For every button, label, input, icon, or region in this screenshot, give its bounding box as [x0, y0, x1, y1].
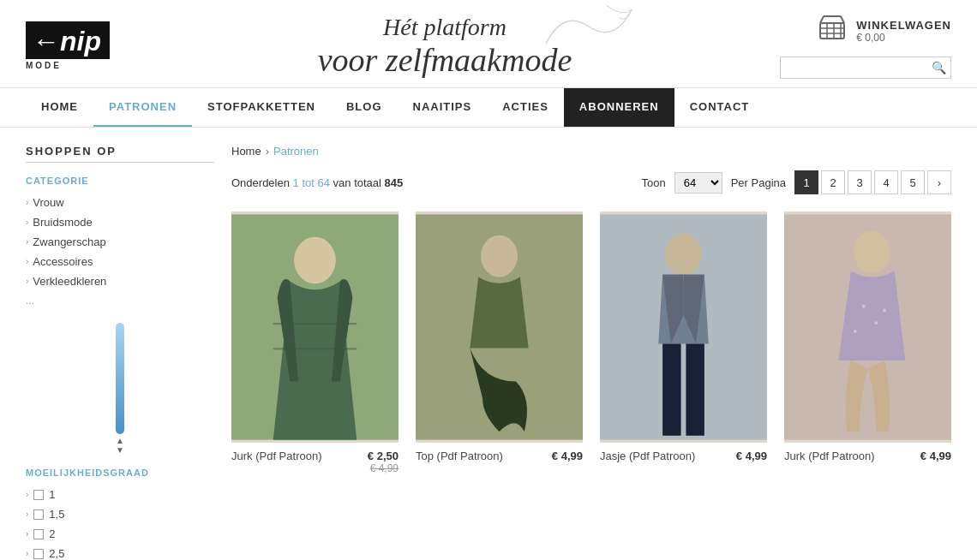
svg-point-14 — [481, 235, 518, 277]
product-card-2[interactable]: Top (Pdf Patroon) € 4,99 — [416, 211, 583, 474]
cart-label: WINKELWAGEN — [856, 19, 951, 32]
breadcrumb-home[interactable]: Home — [231, 145, 261, 158]
svg-point-20 — [854, 231, 890, 273]
product-info-2: Top (Pdf Patroon) € 4,99 — [416, 450, 583, 462]
page-btn-5[interactable]: 5 — [901, 170, 925, 194]
nav-item-patronen[interactable]: PATRONEN — [93, 88, 192, 127]
tagline-bottom: voor zelfmaakmode — [318, 41, 572, 79]
slider-down-arrow[interactable]: ▼ — [116, 445, 124, 455]
breadcrumb: Home › Patronen — [231, 145, 951, 158]
page-btn-next[interactable]: › — [927, 170, 951, 194]
cart-area[interactable]: WINKELWAGEN € 0,00 — [817, 13, 951, 50]
results-prefix: Onderdelen — [231, 176, 290, 189]
product-card-3[interactable]: Jasje (Pdf Patroon) € 4,99 — [600, 211, 767, 474]
results-info: Onderdelen 1 tot 64 van totaal 845 — [231, 176, 403, 189]
product-old-price-1: € 4,99 — [368, 462, 399, 474]
diff-box-icon — [33, 509, 44, 520]
decorative-swirl-icon — [537, 1, 640, 52]
nav-item-contact[interactable]: CONTACT — [674, 88, 765, 127]
product-info-1: Jurk (Pdf Patroon) € 2,50 € 4,99 — [231, 450, 399, 474]
sidebar-item-zwangerschap[interactable]: › Zwangerschap — [26, 232, 214, 252]
diff-box-icon — [33, 490, 44, 500]
moeilijk-item-2-5[interactable]: › 2,5 — [26, 544, 214, 560]
product-current-price-2: € 4,99 — [552, 450, 583, 462]
sidebar-item-verkleedkleren[interactable]: › Verkleedkleren — [26, 271, 214, 291]
arrow-icon: › — [26, 257, 28, 266]
nav-item-abonneren[interactable]: ABONNEREN — [564, 88, 674, 127]
sidebar-item-accessoires[interactable]: › Accessoires — [26, 252, 214, 271]
diff-box-icon — [33, 529, 44, 539]
nav-item-naaitips[interactable]: NAAITIPS — [398, 88, 488, 127]
sidebar-moeilijk-label: MOEILIJKHEIDSGRAAD — [26, 468, 214, 478]
sidebar-categorie-section: CATEGORIE › Vrouw › Bruidsmode › Zwanger… — [26, 176, 214, 310]
product-price-4: € 4,99 — [920, 450, 951, 462]
product-price-2: € 4,99 — [552, 450, 583, 462]
arrow-icon: › — [26, 549, 28, 558]
svg-rect-12 — [273, 348, 357, 349]
logo-nip-text: nip — [60, 26, 101, 57]
moeilijk-item-2[interactable]: › 2 — [26, 524, 214, 544]
arrow-icon: › — [26, 217, 28, 227]
product-current-price-4: € 4,99 — [920, 450, 951, 462]
results-total: 845 — [385, 176, 404, 189]
product-name-3: Jasje (Pdf Patroon) — [600, 450, 695, 462]
sidebar-moeilijkheidsgraad-section: MOEILIJKHEIDSGRAAD › 1 › 1,5 › 2 › 2,5 — [26, 468, 214, 560]
moeilijk-item-1[interactable]: › 1 — [26, 485, 214, 504]
nav-item-stofpakketten[interactable]: STOFPAKKETTEN — [192, 88, 331, 127]
page-btn-4[interactable]: 4 — [874, 170, 898, 194]
nav-item-acties[interactable]: ACTIES — [487, 88, 564, 127]
slider-up-arrow[interactable]: ▲ — [116, 436, 124, 445]
product-card-4[interactable]: Jurk (Pdf Patroon) € 4,99 — [784, 211, 951, 474]
breadcrumb-current: Patronen — [273, 145, 319, 158]
sidebar-item-bruidsmode-label: Bruidsmode — [33, 216, 92, 229]
product-current-price-1: € 2,50 — [368, 450, 399, 462]
search-input[interactable] — [788, 62, 932, 74]
svg-line-2 — [841, 16, 844, 23]
nav-item-home[interactable]: HOME — [26, 88, 93, 127]
search-icon[interactable]: 🔍 — [932, 61, 946, 74]
product-name-4: Jurk (Pdf Patroon) — [784, 450, 875, 462]
cart-info: WINKELWAGEN € 0,00 — [856, 19, 951, 44]
results-middle: van totaal — [333, 176, 381, 189]
search-box: 🔍 — [780, 57, 951, 79]
page-btn-2[interactable]: 2 — [821, 170, 845, 194]
product-img-4 — [784, 211, 951, 443]
sidebar-item-vrouw[interactable]: › Vrouw — [26, 193, 214, 212]
page-btn-1[interactable]: 1 — [794, 170, 818, 194]
product-img-2 — [416, 211, 583, 443]
arrow-icon: › — [26, 529, 28, 539]
product-price-3: € 4,99 — [736, 450, 767, 462]
svg-point-24 — [883, 309, 886, 313]
moeilijk-item-1-5[interactable]: › 1,5 — [26, 504, 214, 524]
sidebar-item-vrouw-label: Vrouw — [33, 196, 63, 209]
nav-item-blog[interactable]: BLOG — [331, 88, 398, 127]
diff-box-icon — [33, 549, 44, 559]
moeilijk-label-2-5: 2,5 — [49, 547, 64, 560]
products-toolbar: Onderdelen 1 tot 64 van totaal 845 Toon … — [231, 170, 951, 194]
svg-point-21 — [862, 305, 866, 308]
sidebar-item-bruidsmode[interactable]: › Bruidsmode — [26, 212, 214, 232]
product-info-4: Jurk (Pdf Patroon) € 4,99 — [784, 450, 951, 462]
product-img-1 — [231, 211, 399, 443]
logo-arrow-icon: → — [33, 26, 60, 57]
page-btn-3[interactable]: 3 — [848, 170, 872, 194]
logo-mode-text: MODE — [26, 61, 62, 70]
main-layout: SHOPPEN OP CATEGORIE › Vrouw › Bruidsmod… — [0, 136, 977, 560]
product-name-2: Top (Pdf Patroon) — [416, 450, 503, 462]
header-right: WINKELWAGEN € 0,00 🔍 — [780, 13, 951, 79]
slider-track[interactable] — [116, 323, 124, 434]
sidebar-title: SHOPPEN OP — [26, 145, 214, 163]
product-card-1[interactable]: Jurk (Pdf Patroon) € 2,50 € 4,99 — [231, 211, 399, 474]
arrow-icon: › — [26, 490, 28, 499]
product-current-price-3: € 4,99 — [736, 450, 767, 462]
logo[interactable]: → nip MODE — [26, 21, 110, 70]
product-name-1: Jurk (Pdf Patroon) — [231, 450, 322, 462]
arrow-icon: › — [26, 237, 28, 247]
per-page-select[interactable]: 64 32 128 — [674, 172, 722, 194]
breadcrumb-separator: › — [266, 145, 269, 158]
sidebar: SHOPPEN OP CATEGORIE › Vrouw › Bruidsmod… — [26, 136, 214, 560]
svg-point-10 — [294, 237, 336, 284]
cart-price: € 0,00 — [856, 32, 951, 44]
cart-icon — [817, 13, 848, 50]
main-nav: HOME PATRONEN STOFPAKKETTEN BLOG NAAITIP… — [0, 87, 977, 128]
